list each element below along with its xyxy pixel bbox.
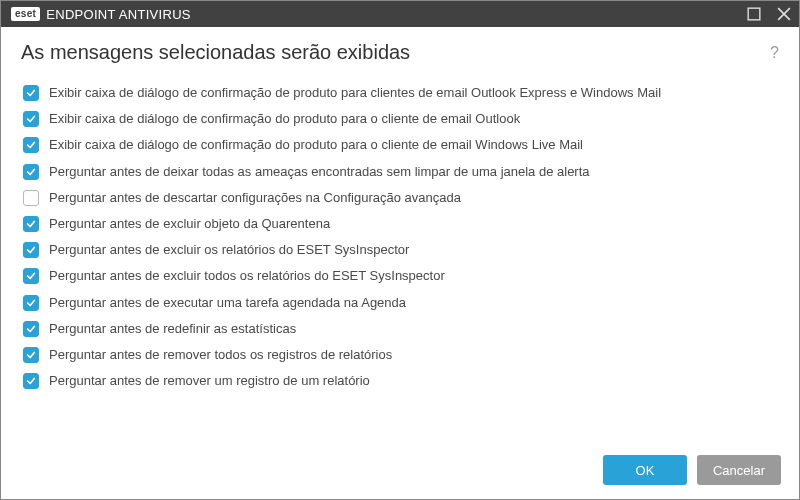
list-item: Perguntar antes de remover um registro d…: [21, 368, 777, 394]
list-item: Exibir caixa de diálogo de confirmação d…: [21, 80, 777, 106]
list-item-label: Exibir caixa de diálogo de confirmação d…: [49, 110, 520, 128]
checkbox[interactable]: [23, 190, 39, 206]
dialog-footer: OK Cancelar: [1, 441, 799, 499]
list-item-label: Perguntar antes de descartar configuraçõ…: [49, 189, 461, 207]
help-icon[interactable]: ?: [770, 44, 779, 62]
list-item-label: Perguntar antes de excluir objeto da Qua…: [49, 215, 330, 233]
ok-button[interactable]: OK: [603, 455, 687, 485]
list-item: Exibir caixa de diálogo de confirmação d…: [21, 106, 777, 132]
checkbox[interactable]: [23, 216, 39, 232]
list-item: Perguntar antes de excluir objeto da Qua…: [21, 211, 777, 237]
dialog-window: eset ENDPOINT ANTIVIRUS As mensagens sel…: [0, 0, 800, 500]
list-item-label: Perguntar antes de remover todos os regi…: [49, 346, 392, 364]
checkbox[interactable]: [23, 85, 39, 101]
titlebar-left: eset ENDPOINT ANTIVIRUS: [11, 7, 191, 22]
titlebar-right: [747, 7, 791, 21]
list-item: Exibir caixa de diálogo de confirmação d…: [21, 132, 777, 158]
checkbox[interactable]: [23, 321, 39, 337]
checkbox[interactable]: [23, 137, 39, 153]
titlebar: eset ENDPOINT ANTIVIRUS: [1, 1, 799, 27]
checkbox[interactable]: [23, 268, 39, 284]
list-item: Perguntar antes de remover todos os regi…: [21, 342, 777, 368]
list-item: Perguntar antes de redefinir as estatíst…: [21, 316, 777, 342]
checkbox[interactable]: [23, 347, 39, 363]
checkbox[interactable]: [23, 242, 39, 258]
checkbox[interactable]: [23, 164, 39, 180]
list-item-label: Perguntar antes de excluir os relatórios…: [49, 241, 409, 259]
list-item: Perguntar antes de excluir os relatórios…: [21, 237, 777, 263]
dialog-title: As mensagens selecionadas serão exibidas: [21, 41, 410, 64]
checkbox[interactable]: [23, 295, 39, 311]
list-item-label: Exibir caixa de diálogo de confirmação d…: [49, 84, 661, 102]
app-title: ENDPOINT ANTIVIRUS: [46, 7, 191, 22]
list-item-label: Perguntar antes de deixar todas as ameaç…: [49, 163, 590, 181]
message-list[interactable]: Exibir caixa de diálogo de confirmação d…: [21, 74, 787, 441]
content-area: Exibir caixa de diálogo de confirmação d…: [1, 74, 799, 441]
minimize-button[interactable]: [747, 7, 761, 21]
list-item-label: Perguntar antes de executar uma tarefa a…: [49, 294, 406, 312]
list-item: Perguntar antes de executar uma tarefa a…: [21, 290, 777, 316]
svg-rect-0: [748, 8, 760, 20]
cancel-button[interactable]: Cancelar: [697, 455, 781, 485]
list-item: Perguntar antes de descartar configuraçõ…: [21, 185, 777, 211]
list-item-label: Exibir caixa de diálogo de confirmação d…: [49, 136, 583, 154]
close-button[interactable]: [777, 7, 791, 21]
list-item-label: Perguntar antes de redefinir as estatíst…: [49, 320, 296, 338]
list-item-label: Perguntar antes de remover um registro d…: [49, 372, 370, 390]
dialog-header: As mensagens selecionadas serão exibidas…: [1, 27, 799, 74]
brand-badge: eset: [11, 7, 40, 21]
checkbox[interactable]: [23, 373, 39, 389]
checkbox[interactable]: [23, 111, 39, 127]
list-item: Perguntar antes de deixar todas as ameaç…: [21, 159, 777, 185]
list-item-label: Perguntar antes de excluir todos os rela…: [49, 267, 445, 285]
list-item: Perguntar antes de excluir todos os rela…: [21, 263, 777, 289]
